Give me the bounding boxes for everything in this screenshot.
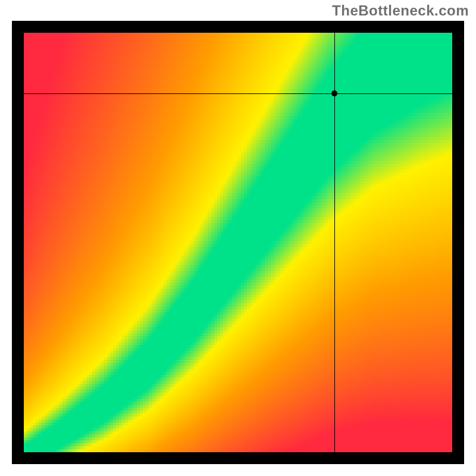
watermark-text: TheBottleneck.com bbox=[332, 2, 469, 19]
bottleneck-heatmap bbox=[12, 21, 464, 464]
